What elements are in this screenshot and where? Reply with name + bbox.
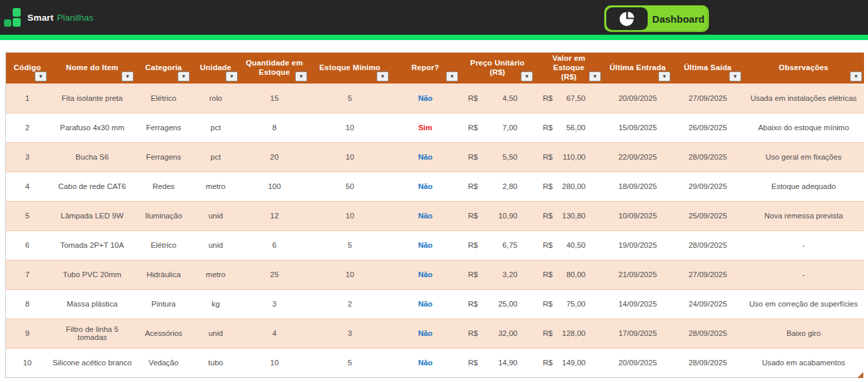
- cell-minimo: 3: [309, 319, 391, 348]
- currency-symbol: R$: [543, 329, 553, 337]
- cell-unidade: pct: [192, 113, 240, 142]
- cell-valor: R$56,00: [535, 113, 603, 142]
- currency-symbol: R$: [468, 270, 478, 278]
- filter-dropdown-categoria[interactable]: ▾: [178, 71, 190, 81]
- preco-value: 10,90: [498, 212, 517, 220]
- preco-value: 32,00: [498, 329, 517, 337]
- repor-flag: Não: [418, 153, 433, 161]
- column-header-minimo: Estoque Mínimo▾: [309, 53, 391, 83]
- valor-value: 110,00: [563, 153, 586, 161]
- cell-minimo: 50: [309, 172, 391, 201]
- brand-name-primary: Smart: [27, 13, 53, 23]
- cell-saida: 28/09/2025: [672, 230, 743, 260]
- column-label: Repor?: [411, 63, 439, 71]
- chevron-down-icon: ▾: [594, 73, 597, 79]
- repor-flag: Não: [418, 241, 433, 249]
- cell-valor: R$280,00: [535, 172, 603, 201]
- chevron-down-icon: ▾: [230, 73, 234, 79]
- logo-square: [13, 8, 21, 17]
- cell-qtd: 3: [240, 289, 309, 319]
- preco-value: 2,80: [503, 182, 517, 190]
- cell-saida: 28/09/2025: [672, 142, 743, 172]
- column-header-saida: Última Saída▾: [672, 53, 743, 83]
- cell-categoria: Redes: [136, 172, 192, 201]
- cell-minimo: 5: [309, 83, 391, 113]
- filter-dropdown-unidade[interactable]: ▾: [226, 71, 238, 81]
- currency-symbol: R$: [468, 241, 478, 249]
- filter-dropdown-nome[interactable]: ▾: [122, 71, 134, 81]
- cell-categoria: Elétrico: [136, 230, 192, 260]
- cell-nome: Cabo de rede CAT6: [49, 172, 136, 201]
- cell-unidade: metro: [192, 260, 240, 289]
- cell-saida: 29/09/2025: [672, 172, 743, 201]
- preco-value: 3,20: [503, 270, 517, 278]
- cell-preco: R$5,50: [460, 142, 535, 172]
- cell-qtd: 12: [240, 201, 309, 230]
- column-header-unidade: Unidade▾: [192, 53, 240, 83]
- filter-dropdown-valor[interactable]: ▾: [589, 71, 601, 81]
- filter-dropdown-codigo[interactable]: ▾: [35, 71, 47, 81]
- cell-repor: Não: [391, 348, 460, 377]
- table-header-row: Código▾Nome do Item▾Categoria▾Unidade▾Qu…: [6, 53, 864, 83]
- cell-repor: Não: [391, 260, 460, 289]
- cell-saida: 24/09/2025: [672, 289, 743, 319]
- table-row: 7Tubo PVC 20mmHidráulicametro2510NãoR$3,…: [6, 260, 864, 289]
- cell-categoria: Hidráulica: [136, 260, 192, 289]
- cell-entrada: 10/09/2025: [603, 201, 672, 230]
- inventory-table: Código▾Nome do Item▾Categoria▾Unidade▾Qu…: [6, 53, 864, 377]
- chevron-down-icon: ▾: [663, 73, 666, 79]
- cell-saida: 28/09/2025: [672, 319, 743, 348]
- filter-dropdown-qtd[interactable]: ▾: [295, 71, 307, 81]
- smart-planilhas-logo-icon: [4, 7, 22, 27]
- cell-preco: R$14,90: [460, 348, 535, 377]
- cell-entrada: 15/09/2025: [603, 113, 672, 142]
- table-resize-handle[interactable]: [857, 372, 863, 378]
- currency-symbol: R$: [468, 329, 478, 337]
- currency-symbol: R$: [468, 300, 478, 308]
- cell-nome: Lâmpada LED 9W: [49, 201, 136, 230]
- cell-minimo: 10: [309, 142, 391, 172]
- currency-symbol: R$: [543, 212, 553, 220]
- cell-preco: R$25,00: [460, 289, 535, 319]
- cell-obs: Usado em acabamentos: [743, 348, 864, 377]
- currency-symbol: R$: [543, 153, 553, 161]
- table-row: 2Parafuso 4x30 mmFerragenspct810SimR$7,0…: [6, 113, 864, 142]
- currency-symbol: R$: [543, 300, 553, 308]
- cell-entrada: 14/09/2025: [603, 289, 672, 319]
- cell-valor: R$110,00: [535, 142, 603, 172]
- filter-dropdown-obs[interactable]: ▾: [850, 71, 862, 81]
- cell-categoria: Elétrico: [136, 83, 192, 113]
- valor-value: 67,50: [566, 94, 586, 102]
- column-label: Observações: [779, 63, 828, 71]
- cell-valor: R$67,50: [535, 83, 603, 113]
- cell-preco: R$4,50: [460, 83, 535, 113]
- cell-unidade: metro: [192, 172, 240, 201]
- chevron-down-icon: ▾: [525, 73, 529, 79]
- dashboard-button[interactable]: Dashboard: [604, 5, 709, 32]
- filter-dropdown-preco[interactable]: ▾: [521, 71, 533, 81]
- cell-valor: R$149,00: [535, 348, 603, 377]
- currency-symbol: R$: [468, 124, 478, 132]
- repor-flag: Não: [418, 300, 433, 308]
- cell-qtd: 4: [240, 319, 309, 348]
- currency-symbol: R$: [543, 94, 553, 102]
- cell-qtd: 20: [240, 142, 309, 172]
- cell-nome: Tubo PVC 20mm: [49, 260, 136, 289]
- currency-symbol: R$: [468, 359, 478, 367]
- filter-dropdown-saida[interactable]: ▾: [729, 71, 741, 81]
- filter-dropdown-minimo[interactable]: ▾: [377, 71, 389, 81]
- column-header-entrada: Última Entrada▾: [603, 53, 672, 83]
- column-label: Unidade: [200, 63, 232, 71]
- preco-value: 6,75: [503, 241, 517, 249]
- accent-stripe: [0, 35, 868, 40]
- filter-dropdown-entrada[interactable]: ▾: [658, 71, 670, 81]
- cell-preco: R$7,00: [460, 113, 535, 142]
- currency-symbol: R$: [543, 359, 553, 367]
- currency-symbol: R$: [543, 124, 553, 132]
- cell-preco: R$6,75: [460, 230, 535, 260]
- filter-dropdown-repor[interactable]: ▾: [446, 71, 458, 81]
- chevron-down-icon: ▾: [39, 73, 43, 79]
- currency-symbol: R$: [468, 94, 478, 102]
- cell-repor: Não: [391, 142, 460, 172]
- brand-name-secondary: Planilhas: [57, 13, 93, 23]
